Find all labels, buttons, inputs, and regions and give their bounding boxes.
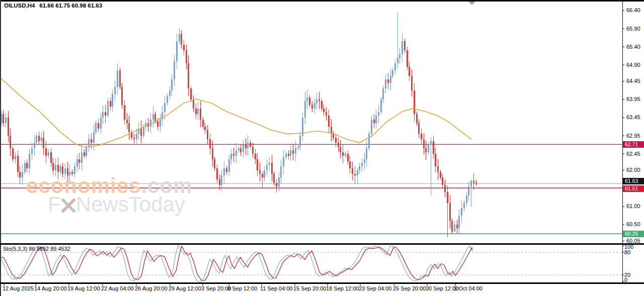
time-tick-label: 19 Aug 12:00 xyxy=(67,285,100,291)
price-axis[interactable]: 62.7161.6361.5160.2566.4065.9065.4064.90… xyxy=(623,0,644,282)
time-tick-label: 22 Aug 04:00 xyxy=(101,285,134,291)
price-tick-label: 65.40 xyxy=(626,44,640,50)
price-tick-label: 60.50 xyxy=(626,221,640,228)
price-tick-label: 64.90 xyxy=(626,62,640,68)
stoch-level-label: 80 xyxy=(624,250,630,255)
ohlc-values: 61.66 61.75 60.98 61.63 xyxy=(39,3,102,9)
trading-chart-window: economies.com FNewsToday OILUSD,H461.66 … xyxy=(0,0,644,296)
main-chart-canvas[interactable] xyxy=(0,1,622,243)
time-tick-label: 12 Aug 2025 xyxy=(3,285,34,291)
time-tick-label: 15 Sep 20:00 xyxy=(293,285,326,291)
price-tag: 61.63 xyxy=(623,178,644,184)
chart-title: OILUSD,H461.66 61.75 60.98 61.63 xyxy=(4,3,102,9)
price-tag: 62.71 xyxy=(623,141,644,148)
time-tick-label: 11 Sep 04:00 xyxy=(260,285,293,291)
time-tick-label: 29 Aug 12:00 xyxy=(169,285,201,291)
price-tick-label: 63.45 xyxy=(626,114,640,121)
price-tick-label: 66.40 xyxy=(626,7,640,14)
price-tick-label: 61.00 xyxy=(626,203,640,210)
time-tick-label: 3 Sep 20:00 xyxy=(201,285,231,291)
top-border xyxy=(0,0,644,2)
stochastic-panel-canvas[interactable] xyxy=(0,245,622,282)
stochastic-indicator-label: Sto(5,3,3) 86.8852 89.4532 xyxy=(3,246,70,252)
time-axis[interactable]: 12 Aug 202514 Aug 20:0019 Aug 12:0022 Au… xyxy=(0,284,644,296)
price-tag: 60.25 xyxy=(623,231,644,237)
price-tick-label: 62.00 xyxy=(626,167,640,173)
price-tick-label: 62.95 xyxy=(626,133,640,139)
time-tick-label: 26 Aug 20:00 xyxy=(135,285,168,291)
time-tick-label: 18 Sep 12:00 xyxy=(326,285,359,291)
time-tick-label: 14 Aug 20:00 xyxy=(34,285,67,291)
time-tick-label: 3 Oct 04:00 xyxy=(454,285,482,291)
left-border xyxy=(0,0,1,296)
price-tick-label: 63.95 xyxy=(626,96,640,103)
time-tick-label: 25 Sep 20:00 xyxy=(393,285,426,291)
price-tick-label: 65.90 xyxy=(626,26,640,32)
panel-separator[interactable] xyxy=(0,243,644,245)
price-tick-label: 62.45 xyxy=(626,151,640,157)
price-tick-label: 64.45 xyxy=(626,78,640,84)
time-tick-label: 8 Sep 12:00 xyxy=(227,285,257,291)
symbol-timeframe: OILUSD,H4 xyxy=(4,3,35,9)
time-tick-label: 23 Sep 04:00 xyxy=(359,285,391,291)
stoch-level-label: 0 xyxy=(624,277,627,283)
price-tag: 61.51 xyxy=(623,185,644,192)
